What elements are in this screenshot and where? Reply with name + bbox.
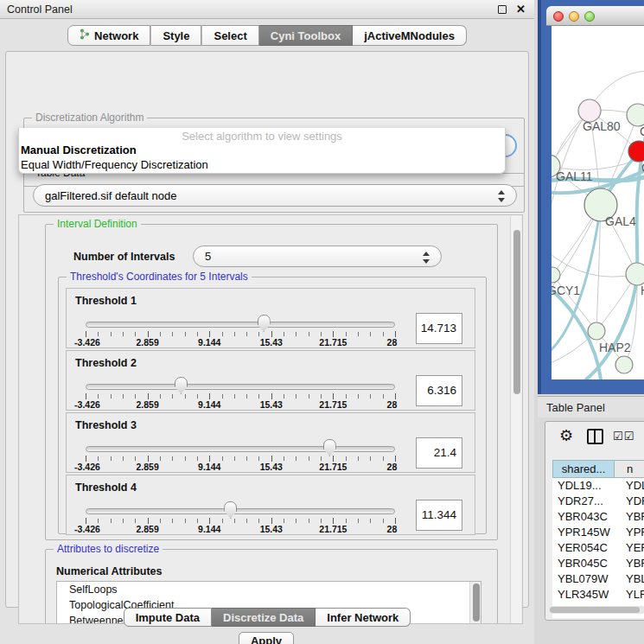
tab-jactivemnodules[interactable]: jActiveMNodules [353, 25, 467, 46]
number-of-intervals-spinner[interactable]: 5 [193, 245, 442, 267]
node-gcy1[interactable] [552, 267, 560, 283]
tick-label: -3.426 [74, 462, 100, 472]
node-label: G [640, 124, 644, 138]
table-row[interactable]: YBL079WYBL0 [552, 571, 644, 587]
threshold-row: Threshold 3 -3.426 2.859 9.144 [66, 412, 475, 473]
gear-icon[interactable]: ⚙ [559, 426, 573, 445]
node-bottom-partial[interactable] [615, 356, 633, 373]
cell[interactable]: YDL1 [614, 478, 644, 494]
tick-label: 2.859 [136, 399, 158, 410]
tab-select[interactable]: Select [202, 25, 258, 46]
table-toolbar: ⚙ ☑☑ [545, 422, 644, 451]
cell[interactable]: YLR345W [552, 587, 614, 603]
tab-impute-data[interactable]: Impute Data [124, 608, 212, 627]
tab-cyni-toolbox[interactable]: Cyni Toolbox [259, 25, 353, 46]
tab-infer-network[interactable]: Infer Network [316, 608, 411, 627]
threshold-value-field[interactable]: 21.4 [416, 437, 462, 469]
cell[interactable]: YDR27... [552, 494, 614, 509]
tab-discretize-data[interactable]: Discretize Data [212, 608, 316, 627]
minimize-traffic-light-icon[interactable] [569, 11, 579, 22]
settings-panel-scrollbar[interactable] [510, 216, 521, 624]
cell[interactable]: YLR3 [614, 587, 644, 603]
node-label: GCY1 [552, 284, 580, 297]
table-data-group: Table Data galFiltered.sif default node [23, 173, 525, 213]
slider-tick-labels: -3.426 2.859 9.144 15.43 21.715 28 [86, 399, 395, 410]
tab-style[interactable]: Style [151, 25, 201, 46]
control-panel-titlebar: Control Panel ✕ [0, 0, 534, 19]
table-row[interactable]: YBR045CYBR0 [552, 556, 644, 571]
table-row[interactable]: YPR145WYPR1 [552, 525, 644, 540]
slider-thumb[interactable] [224, 501, 237, 519]
tick-label: 28 [387, 462, 398, 472]
group-title: Attributes to discretize [54, 543, 163, 555]
columns-icon[interactable] [587, 429, 603, 444]
threshold-value-field[interactable]: 11.344 [416, 500, 462, 531]
group-title: Threshold's Coordinates for 5 Intervals [67, 271, 252, 283]
slider-thumb[interactable] [175, 377, 188, 394]
close-icon[interactable]: ✕ [516, 3, 526, 16]
threshold-value-field[interactable]: 14.713 [416, 313, 462, 344]
cell[interactable]: YBR045C [552, 556, 614, 571]
cell[interactable]: YBR0 [614, 509, 644, 525]
float-icon[interactable] [498, 5, 507, 14]
tab-label: Style [163, 29, 189, 42]
dropdown-option-manual-discretization[interactable]: Manual Discretization [19, 143, 505, 157]
node-label: GAL4 [605, 214, 636, 228]
slider-track[interactable] [86, 322, 395, 328]
cell[interactable]: YBR043C [552, 509, 614, 525]
threshold-slider[interactable]: -3.426 2.859 9.144 15.43 21.715 28 [86, 475, 395, 536]
threshold-slider[interactable]: -3.426 2.859 9.144 15.43 21.715 28 [86, 289, 395, 349]
cell[interactable]: YER054C [552, 540, 614, 556]
cell[interactable]: YBL079W [552, 571, 614, 587]
node-top-right[interactable] [627, 104, 644, 126]
close-traffic-light-icon[interactable] [553, 11, 564, 22]
cell[interactable]: YPR145W [552, 525, 614, 540]
slider-thumb[interactable] [258, 315, 271, 332]
cyni-toolbox-panel: Discretization Algorithm Table Data galF… [5, 51, 529, 608]
table-row[interactable]: YDL19...YDL1 [552, 478, 644, 494]
node-h[interactable] [626, 263, 644, 285]
slider-thumb[interactable] [323, 439, 336, 456]
network-canvas[interactable]: GAL80 G C GAL11 GAL4 GCY1 H HAP2 [552, 26, 644, 379]
control-panel: Control Panel ✕ Network Style Select Cyn… [0, 0, 534, 644]
cell[interactable]: YPR1 [614, 525, 644, 540]
cell[interactable]: YER0 [614, 540, 644, 556]
apply-button[interactable]: Apply [239, 632, 294, 644]
table-horizontal-scrollbar[interactable] [549, 606, 644, 614]
slider-track[interactable] [86, 508, 395, 514]
node-hap2[interactable] [588, 322, 605, 340]
node-red-selected[interactable] [628, 141, 644, 162]
table-row[interactable]: YLR345WYLR3 [552, 587, 644, 603]
select-columns-icon[interactable]: ☑☑ [613, 430, 634, 443]
table-row[interactable]: YER054CYER0 [552, 540, 644, 556]
slider-track[interactable] [86, 446, 395, 452]
cell[interactable]: YBL0 [614, 571, 644, 587]
table-row[interactable]: YDR27...YDR2 [552, 494, 644, 509]
zoom-traffic-light-icon[interactable] [584, 11, 595, 22]
threshold-value-field[interactable]: 6.316 [416, 375, 462, 406]
slider-tick-labels: -3.426 2.859 9.144 15.43 21.715 28 [86, 337, 395, 348]
column-header-shared-name[interactable]: shared... [553, 461, 615, 477]
cell[interactable]: YDL19... [552, 478, 614, 494]
dropdown-prompt: Select algorithm to view settings [19, 128, 505, 143]
cell[interactable]: YBR0 [614, 556, 644, 571]
tick-label: 15.43 [260, 399, 283, 410]
tick-label: 15.43 [260, 337, 283, 348]
tab-network[interactable]: Network [67, 25, 150, 46]
threshold-slider[interactable]: -3.426 2.859 9.144 15.43 21.715 28 [86, 351, 395, 411]
cell[interactable]: YDR2 [614, 494, 644, 509]
threshold-slider[interactable]: -3.426 2.859 9.144 15.43 21.715 28 [86, 413, 395, 474]
table-data-combobox[interactable]: galFiltered.sif default node [33, 184, 517, 207]
network-window-titlebar[interactable] [546, 6, 644, 26]
tick-label: 21.715 [319, 337, 347, 348]
slider-major-ticks [86, 456, 396, 462]
column-header-name[interactable]: n [615, 461, 644, 477]
table-row[interactable]: YBR043CYBR0 [552, 509, 644, 525]
list-item[interactable]: SelfLoops [57, 582, 481, 597]
spinner-value: 5 [205, 250, 211, 263]
slider-tick-labels: -3.426 2.859 9.144 15.43 21.715 28 [86, 524, 395, 534]
slider-track[interactable] [86, 384, 395, 390]
dropdown-option-equal-width-frequency[interactable]: Equal Width/Frequency Discretization [19, 157, 505, 172]
top-tab-bar: Network Style Select Cyni Toolbox jActiv… [0, 25, 534, 46]
network-icon [80, 29, 90, 42]
